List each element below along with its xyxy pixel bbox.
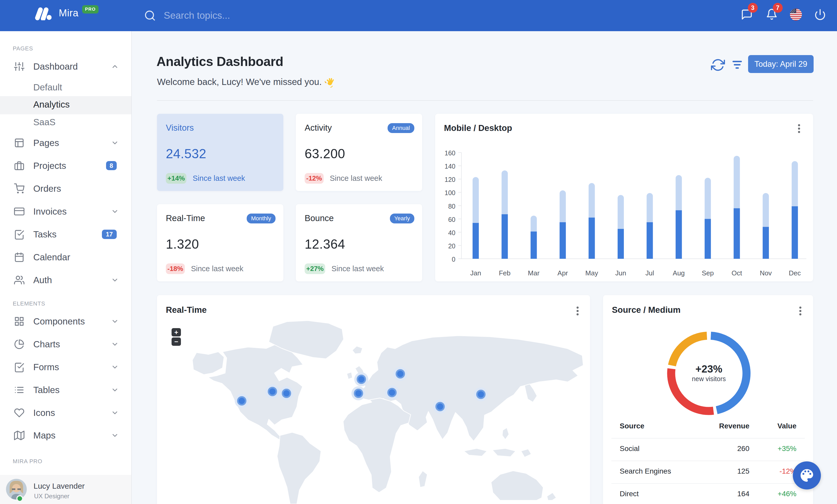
svg-text:Apr: Apr bbox=[557, 269, 568, 277]
svg-text:40: 40 bbox=[448, 229, 456, 237]
svg-text:new visitors: new visitors bbox=[692, 375, 726, 382]
svg-text:120: 120 bbox=[445, 176, 456, 183]
svg-text:60: 60 bbox=[448, 216, 456, 223]
svg-text:Aug: Aug bbox=[673, 269, 685, 277]
svg-text:140: 140 bbox=[445, 163, 456, 170]
svg-text:+23%: +23% bbox=[695, 363, 722, 375]
svg-text:160: 160 bbox=[445, 149, 456, 157]
svg-text:Feb: Feb bbox=[499, 269, 511, 277]
svg-text:80: 80 bbox=[448, 203, 456, 210]
svg-text:Nov: Nov bbox=[760, 269, 772, 277]
svg-text:100: 100 bbox=[445, 189, 456, 197]
svg-text:0: 0 bbox=[452, 256, 456, 263]
svg-text:Oct: Oct bbox=[731, 269, 742, 277]
svg-text:Jan: Jan bbox=[470, 269, 481, 277]
svg-text:Jul: Jul bbox=[645, 269, 654, 277]
svg-text:20: 20 bbox=[448, 242, 456, 250]
svg-text:May: May bbox=[585, 269, 598, 277]
svg-text:Dec: Dec bbox=[789, 269, 801, 277]
svg-text:Jun: Jun bbox=[615, 269, 626, 277]
svg-text:Sep: Sep bbox=[702, 269, 714, 277]
svg-text:Mar: Mar bbox=[528, 269, 540, 277]
